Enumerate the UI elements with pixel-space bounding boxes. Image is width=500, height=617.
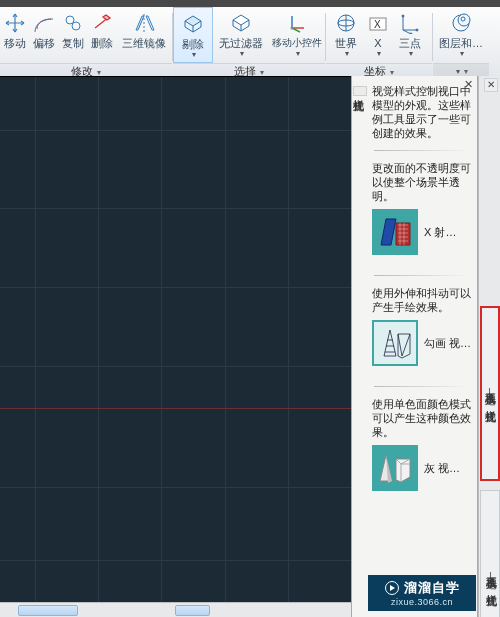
visual-styles-panel: ✕ 视觉样式 视觉样式控制视口中模型的外观。这些样例工具显示了一些可创建的效果。… (351, 76, 478, 617)
tool-movegizmo[interactable]: 移动小控件 ▾ (269, 7, 325, 63)
svg-point-0 (66, 16, 74, 24)
group-layers-label[interactable]: ▾ (433, 63, 489, 76)
ribbon: 移动 偏移 复制 删除 (0, 7, 500, 76)
tool-copy-label: 复制 (62, 37, 84, 49)
vs-sample-sketch[interactable]: 勾画 视… (370, 320, 475, 384)
copy-icon (61, 11, 85, 35)
offset-icon (32, 11, 56, 35)
tool-nofilter[interactable]: 无过滤器 ▾ (213, 7, 269, 63)
tool-movegizmo-label: 移动小控件 (272, 37, 322, 49)
tool-world[interactable]: 世界 ▾ (326, 7, 366, 63)
ribbon-group-layers: 图层和… ▾ ▾ (433, 7, 489, 76)
vs-caption: 勾画 视… (424, 337, 471, 350)
vs-caption: X 射… (424, 226, 456, 239)
tool-move-label: 移动 (4, 37, 26, 49)
vs-sample-xray[interactable]: X 射… (370, 209, 475, 273)
side-tab-strip: ✕ 工具选项板 — 视觉样式 工具选项板 — 视觉样式 (478, 76, 500, 617)
vs-caption: 灰 视… (424, 462, 460, 475)
x-axis-icon: X (366, 11, 390, 35)
side-tab-visualstyles[interactable]: 工具选项板 — 视觉样式 (480, 490, 500, 617)
tool-erase-filter[interactable]: 剔除 ▾ (173, 7, 213, 63)
chevron-down-icon: ▾ (409, 49, 413, 58)
panel-close-icon[interactable]: ✕ (484, 78, 498, 92)
watermark-title: 溜溜自学 (404, 579, 460, 597)
tool-delete-label: 删除 (91, 37, 113, 49)
svg-point-18 (416, 29, 418, 31)
tool-3dmirror-label: 三维镜像 (122, 37, 166, 49)
layers-icon (449, 11, 473, 35)
chevron-down-icon: ▾ (296, 49, 300, 58)
chevron-down-icon: ▾ (192, 50, 196, 59)
scroll-thumb[interactable] (175, 605, 210, 616)
nofilter-icon (229, 11, 253, 35)
svg-point-1 (72, 22, 80, 30)
tool-layers[interactable]: 图层和… ▾ (433, 7, 489, 63)
vs-panel-vertical-title[interactable]: 视觉样式 (353, 86, 367, 96)
scroll-thumb[interactable] (18, 605, 78, 616)
chevron-down-icon: ▾ (460, 49, 464, 58)
svg-marker-23 (381, 219, 396, 245)
chevron-down-icon: ▾ (377, 49, 381, 58)
tool-offset-label: 偏移 (33, 37, 55, 49)
tool-x[interactable]: X X ▾ (366, 7, 390, 63)
move-icon (3, 11, 27, 35)
chevron-down-icon: ▾ (345, 49, 349, 58)
tool-3point-label: 三点 (399, 37, 421, 49)
play-icon (385, 581, 399, 595)
ribbon-group-modify: 移动 偏移 复制 删除 (0, 7, 172, 76)
mirror3d-icon (132, 11, 156, 35)
vs-section-title: 使用单色面颜色模式可以产生这种颜色效果。 (370, 397, 475, 445)
tool-copy[interactable]: 复制 (58, 7, 87, 63)
tool-layers-label: 图层和… (439, 37, 483, 49)
group-select-label[interactable]: 选择 (173, 63, 325, 76)
chevron-down-icon: ▾ (456, 67, 460, 76)
watermark-url: zixue.3066.cn (391, 597, 453, 607)
ribbon-group-coord: 世界 ▾ X X ▾ 三点 ▾ 坐标 (326, 7, 432, 76)
tool-offset[interactable]: 偏移 (29, 7, 58, 63)
gizmo-icon (285, 11, 309, 35)
tool-world-label: 世界 (335, 37, 357, 49)
tool-3point[interactable]: 三点 ▾ (390, 7, 430, 63)
chevron-down-icon: ▾ (240, 49, 244, 58)
side-tab-visualstyles-active[interactable]: 工具选项板 — 视觉样式 (480, 306, 500, 481)
tool-delete[interactable]: 删除 (87, 7, 116, 63)
svg-marker-24 (396, 223, 410, 245)
tool-move[interactable]: 移动 (0, 7, 29, 63)
vs-sample-mono[interactable]: 灰 视… (370, 445, 475, 509)
group-coord-label[interactable]: 坐标 (326, 63, 432, 76)
vs-panel-intro: 视觉样式控制视口中模型的外观。这些样例工具显示了一些可创建的效果。 (370, 80, 475, 148)
mono-thumb-icon (372, 445, 418, 491)
vs-section-title: 更改面的不透明度可以使整个场景半透明。 (370, 161, 475, 209)
tool-nofilter-label: 无过滤器 (219, 37, 263, 49)
svg-line-37 (402, 334, 410, 356)
threepoints-icon (398, 11, 422, 35)
delete-icon (90, 11, 114, 35)
erase-icon (181, 12, 205, 36)
drawing-canvas[interactable] (0, 76, 351, 602)
svg-point-19 (410, 33, 412, 34)
horizontal-scrollbar[interactable] (0, 602, 351, 617)
group-modify-label[interactable]: 修改 (0, 63, 172, 76)
svg-point-17 (402, 15, 404, 17)
svg-point-8 (291, 27, 294, 30)
svg-line-36 (398, 334, 402, 356)
tool-x-label: X (374, 37, 381, 49)
ribbon-group-select: 剔除 ▾ 无过滤器 ▾ 移动小控件 ▾ 选择 (173, 7, 325, 76)
world-icon (334, 11, 358, 35)
svg-point-22 (461, 17, 465, 21)
watermark: 溜溜自学 zixue.3066.cn (368, 575, 476, 611)
vs-section-title: 使用外伸和抖动可以产生手绘效果。 (370, 286, 475, 320)
svg-text:X: X (374, 19, 381, 30)
tool-3dmirror[interactable]: 三维镜像 (116, 7, 172, 63)
sketch-thumb-icon (372, 320, 418, 366)
xray-thumb-icon (372, 209, 418, 255)
tool-erase-label: 剔除 (182, 38, 204, 50)
